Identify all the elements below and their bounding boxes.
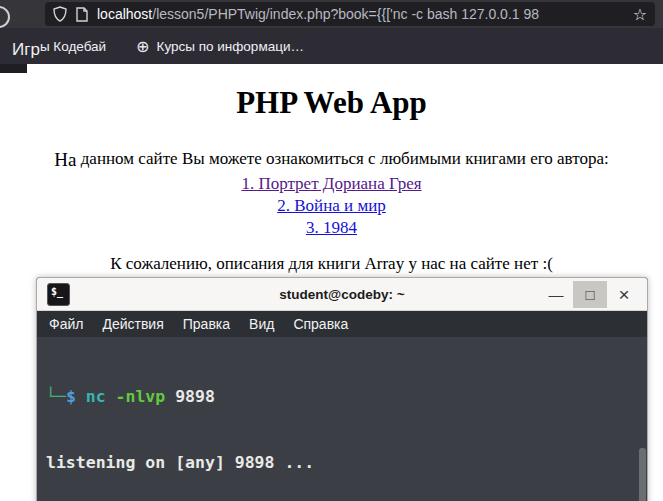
minimize-button[interactable]: — <box>539 281 573 308</box>
globe-icon: ⊕ <box>136 37 149 56</box>
page-title: PHP Web App <box>0 85 663 121</box>
shield-icon <box>53 6 67 22</box>
bookmark-item-codeby-games[interactable]: Игры Кодебай <box>12 36 106 56</box>
bookmark-star-icon[interactable]: ☆ <box>633 5 647 24</box>
terminal-body[interactable]: └─$ nc -nlvp 9898 listening on [any] 989… <box>37 337 647 501</box>
bookmark-label-rest: ы Кодебай <box>40 39 106 54</box>
book-links: 1. Портрет Дориана Грея 2. Война и мир 3… <box>0 173 663 239</box>
terminal-menubar: Файл Действия Правка Вид Справка <box>37 311 647 337</box>
book-link-1[interactable]: 1. Портрет Дориана Грея <box>0 173 663 195</box>
terminal-prompt-line: └─$ nc -nlvp 9898 <box>46 386 647 408</box>
terminal-window: $_ student@codeby: ~ — □ × Файл Действия… <box>36 277 648 501</box>
prompt-branch: └─ <box>46 387 66 406</box>
menu-actions[interactable]: Действия <box>102 316 163 332</box>
prompt-space <box>76 387 86 406</box>
terminal-output-line: listening on [any] 9898 ... <box>46 452 647 474</box>
sorry-message: К сожалению, описания для книги Array у … <box>0 254 663 274</box>
intro-prefix: На <box>54 149 76 170</box>
browser-toolbar: localhost/lesson5/PHPTwig/index.php?book… <box>0 0 663 28</box>
url-text[interactable]: localhost/lesson5/PHPTwig/index.php?book… <box>97 6 627 22</box>
prompt-dollar: $ <box>66 387 76 406</box>
screen: localhost/lesson5/PHPTwig/index.php?book… <box>0 0 663 501</box>
url-domain: localhost <box>97 6 152 22</box>
prompt-command: nc <box>86 387 106 406</box>
close-button[interactable]: × <box>607 281 641 308</box>
url-fade <box>587 6 627 22</box>
url-path: /lesson5/PHPTwig/index.php?book={{['nc -… <box>152 6 539 22</box>
menu-help[interactable]: Справка <box>293 316 348 332</box>
menu-file[interactable]: Файл <box>49 316 83 332</box>
menu-edit[interactable]: Правка <box>183 316 230 332</box>
address-bar[interactable]: localhost/lesson5/PHPTwig/index.php?book… <box>45 2 655 26</box>
book-link-2[interactable]: 2. Война и мир <box>0 195 663 217</box>
webpage-content: PHP Web App На данном сайте Вы можете оз… <box>0 64 663 274</box>
terminal-scrollbar-thumb[interactable] <box>639 448 646 501</box>
prompt-options: -nlvp <box>116 387 166 406</box>
bookmarks-bar: Игры Кодебай ⊕ Курсы по информаци… <box>0 28 663 64</box>
prompt-space <box>106 387 116 406</box>
menu-view[interactable]: Вид <box>249 316 274 332</box>
bookmark-label: Курсы по информаци… <box>157 39 304 54</box>
intro-rest: данном сайте Вы можете ознакомиться с лю… <box>76 149 608 168</box>
maximize-button[interactable]: □ <box>573 281 607 308</box>
account-icon[interactable] <box>0 6 10 28</box>
prompt-argument: 9898 <box>165 387 215 406</box>
page-icon <box>76 7 88 22</box>
book-link-3[interactable]: 3. 1984 <box>0 217 663 239</box>
bookmark-item-courses[interactable]: ⊕ Курсы по информаци… <box>118 37 304 56</box>
terminal-titlebar[interactable]: $_ student@codeby: ~ — □ × <box>37 278 647 311</box>
window-controls: — □ × <box>539 278 641 311</box>
bookmark-label-prefix: Игр <box>12 40 40 60</box>
intro-text: На данном сайте Вы можете ознакомиться с… <box>0 147 663 169</box>
